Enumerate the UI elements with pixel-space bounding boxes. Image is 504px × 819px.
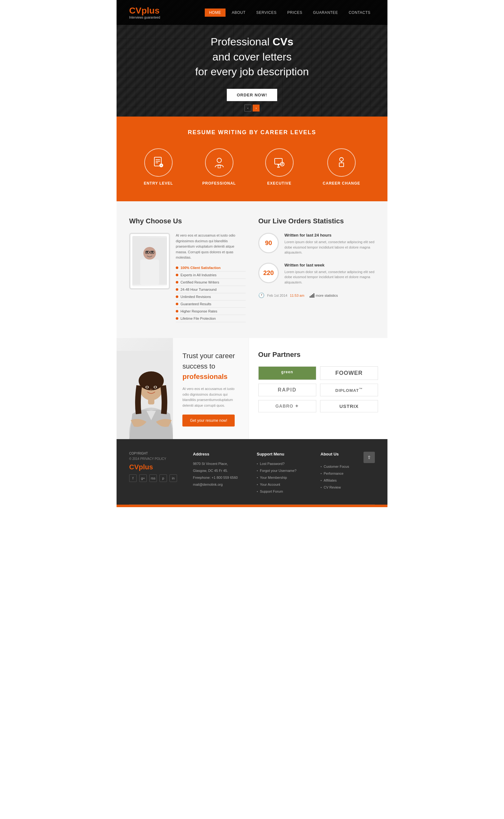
hero-prev-arrow[interactable]: ‹ bbox=[244, 105, 251, 112]
executive-label: EXECUTIVE bbox=[267, 181, 291, 186]
more-stats-link[interactable]: more statistics bbox=[316, 294, 338, 297]
trust-partners-row: Trust your career success to professiona… bbox=[117, 338, 387, 439]
list-item: 100% Client Satisfaction bbox=[176, 264, 246, 272]
bullet-icon bbox=[176, 310, 178, 312]
stats-title: Our Live Orders Statistics bbox=[258, 217, 375, 225]
footer-about-item[interactable]: Performance bbox=[321, 470, 375, 477]
why-text: At vero eos et accusamus et iusto odio d… bbox=[176, 233, 246, 322]
why-tablet-image bbox=[129, 233, 170, 289]
nav-guarantee[interactable]: GUARANTEE bbox=[309, 9, 342, 17]
stat-circle-week: 220 bbox=[258, 263, 279, 283]
nav-services[interactable]: SERVICES bbox=[252, 9, 281, 17]
footer-logo: CVplus bbox=[129, 463, 184, 471]
footer-copyright: COPYRIGHT bbox=[129, 452, 184, 455]
social-facebook[interactable]: f bbox=[129, 474, 137, 482]
get-resume-button[interactable]: Get your resume now! bbox=[182, 415, 235, 427]
professional-label: PROFESSIONAL bbox=[202, 181, 236, 186]
stat-label-week: Written for last week bbox=[284, 263, 375, 267]
footer-col-address: Address 9870 St Vincent Place, Glasgow, … bbox=[193, 452, 248, 495]
nav-home[interactable]: HOME bbox=[205, 9, 226, 17]
footer-top: COPYRIGHT © 2014 PRIVACY POLICY CVplus f… bbox=[129, 452, 375, 505]
bullet-icon bbox=[176, 266, 178, 269]
stat-number-week: 220 bbox=[263, 269, 274, 277]
career-change-icon bbox=[327, 148, 356, 177]
stat-desc-24h: Lorem ipsum dolor sit amet, consectetur … bbox=[284, 239, 375, 255]
trust-image-area bbox=[117, 338, 173, 439]
list-item: 24-48 Hour Turnaround bbox=[176, 286, 246, 293]
partners-title: Our Partners bbox=[258, 351, 378, 359]
footer-about-item[interactable]: CV Review bbox=[321, 484, 375, 491]
list-item: Unlimited Revisions bbox=[176, 293, 246, 301]
footer-support-item[interactable]: Forgot your Username? bbox=[257, 467, 311, 474]
partner-ustrix: USTRIX bbox=[320, 400, 378, 412]
stat-info-24h: Written for last 24 hours Lorem ipsum do… bbox=[284, 233, 375, 255]
list-item: Lifetime File Protection bbox=[176, 315, 246, 322]
chart-icon bbox=[309, 293, 314, 298]
footer-col-brand: COPYRIGHT © 2014 PRIVACY POLICY CVplus f… bbox=[129, 452, 184, 495]
bullet-icon bbox=[176, 317, 178, 320]
logo-cv: CV bbox=[129, 6, 141, 15]
svg-point-6 bbox=[217, 158, 221, 163]
why-description: At vero eos et accusamus et iusto odio d… bbox=[176, 233, 246, 261]
why-choose-section: Why Choose Us bbox=[129, 217, 246, 322]
footer-support-item[interactable]: Lost Password? bbox=[257, 460, 311, 467]
footer-addr-2: Glasgow, DC 45 Fr 45. bbox=[193, 467, 248, 474]
footer-addr-1: 9870 St Vincent Place, bbox=[193, 460, 248, 467]
bullet-icon bbox=[176, 303, 178, 305]
partners-grid: green FOOWER RAPID DIPLOMAT™ GABRO ✦ UST… bbox=[258, 366, 378, 412]
career-executive[interactable]: ✓ EXECUTIVE bbox=[265, 148, 294, 186]
trust-content: Trust your career success to professiona… bbox=[173, 338, 248, 439]
logo-tagline: Interviews guaranteed bbox=[129, 16, 160, 19]
svg-rect-18 bbox=[140, 260, 159, 285]
nav-about[interactable]: ABOUT bbox=[227, 9, 250, 17]
bullet-icon bbox=[176, 295, 178, 298]
trust-person-image bbox=[117, 351, 173, 439]
clock-icon: 🕐 bbox=[258, 292, 265, 298]
career-entry-level[interactable]: + ENTRY LEVEL bbox=[144, 148, 173, 186]
svg-rect-24 bbox=[310, 296, 311, 298]
social-icons: f g+ rss p in bbox=[129, 474, 184, 482]
trust-description: At vero eos et accusamus et iusto odio d… bbox=[182, 386, 239, 408]
footer-about-title: About Us bbox=[321, 452, 339, 456]
partner-diplomat: DIPLOMAT™ bbox=[320, 384, 378, 396]
footer-support-list: Lost Password? Forgot your Username? You… bbox=[257, 460, 311, 495]
career-change[interactable]: CAREER CHANGE bbox=[323, 148, 360, 186]
svg-rect-14 bbox=[339, 163, 344, 167]
logo-text: CVplus bbox=[129, 6, 160, 16]
career-section: RESUME WRITING BY CAREER LEVELS + ENTRY … bbox=[117, 117, 387, 201]
footer-address-title: Address bbox=[193, 452, 248, 456]
partner-rapid: RAPID bbox=[258, 384, 316, 396]
footer-support-item[interactable]: Your Membership bbox=[257, 474, 311, 481]
hero-title: Professional CVs and cover letters for e… bbox=[195, 34, 309, 79]
bullet-icon bbox=[176, 281, 178, 283]
stat-desc-week: Lorem ipsum dolor sit amet, consectetur … bbox=[284, 269, 375, 285]
middle-section: Why Choose Us bbox=[117, 201, 387, 338]
footer-support-item[interactable]: Support Forum bbox=[257, 488, 311, 495]
back-to-top-button[interactable]: ⇧ bbox=[364, 452, 375, 463]
social-linkedin[interactable]: in bbox=[169, 474, 177, 482]
partner-gabro: GABRO ✦ bbox=[258, 400, 316, 412]
svg-rect-7 bbox=[218, 165, 221, 168]
trust-title: Trust your career success to professiona… bbox=[182, 351, 239, 382]
why-list: 100% Client Satisfaction Experts in All … bbox=[176, 264, 246, 322]
svg-rect-26 bbox=[312, 294, 313, 298]
hero-next-arrow[interactable]: › bbox=[253, 105, 260, 112]
footer-about-item[interactable]: Customer Focus bbox=[321, 463, 375, 470]
hero-arrows: ‹ › bbox=[244, 105, 260, 112]
footer-about-item[interactable]: Affiliates bbox=[321, 477, 375, 484]
nav-prices[interactable]: PRICES bbox=[283, 9, 307, 17]
social-rss[interactable]: rss bbox=[149, 474, 157, 482]
career-professional[interactable]: PROFESSIONAL bbox=[202, 148, 236, 186]
nav-contacts[interactable]: CONTACTS bbox=[344, 9, 375, 17]
social-google[interactable]: g+ bbox=[139, 474, 147, 482]
order-now-button[interactable]: ORDER NOW! bbox=[227, 89, 278, 101]
social-pinterest[interactable]: p bbox=[159, 474, 167, 482]
footer-year: © 2014 PRIVACY POLICY bbox=[129, 457, 184, 461]
stats-time: 11:53 am bbox=[290, 294, 304, 297]
main-nav: HOME ABOUT SERVICES PRICES GUARANTEE CON… bbox=[205, 9, 375, 17]
career-change-label: CAREER CHANGE bbox=[323, 181, 360, 186]
svg-rect-25 bbox=[311, 295, 312, 298]
why-choose-title: Why Choose Us bbox=[129, 217, 246, 225]
footer-support-item[interactable]: Your Account bbox=[257, 481, 311, 488]
bullet-icon bbox=[176, 274, 178, 276]
